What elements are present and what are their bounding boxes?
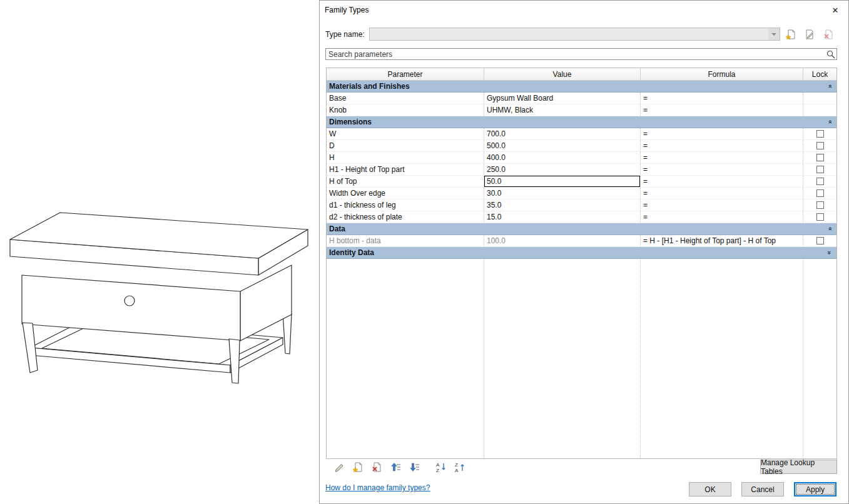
lock-checkbox[interactable] [816,178,824,185]
param-lock-cell [803,93,836,104]
param-lock-cell [803,188,836,199]
param-row-h: H400.0= [327,152,836,164]
type-name-combobox[interactable] [369,28,780,41]
combobox-dropdown-area[interactable] [768,28,780,40]
search-input[interactable] [326,49,824,59]
param-value-cell[interactable]: 250.0 [484,164,641,175]
family-types-dialog: Family Types ✕ Type name: [319,0,849,504]
apply-button[interactable]: Apply [794,482,836,496]
param-formula-cell[interactable]: = [641,176,803,187]
new-type-icon[interactable] [785,29,796,40]
param-formula-cell[interactable]: = [641,128,803,139]
section-materials-and-finishes[interactable]: Materials and Finishes» [327,81,836,93]
section-label: Dimensions [327,118,372,126]
column-header-value: Value [484,68,641,81]
section-chevron-icon[interactable]: » [826,251,833,255]
param-name-cell[interactable]: Base [327,93,484,104]
param-value-cell[interactable]: Gypsum Wall Board [484,93,641,104]
param-formula-cell[interactable]: = H - [H1 - Height of Top part] - H of T… [641,235,803,246]
param-value-cell[interactable]: 50.0 [484,176,641,187]
param-name-cell[interactable]: H bottom - data [327,235,484,246]
edit-parameter-icon[interactable] [333,461,345,473]
lock-checkbox[interactable] [816,154,824,161]
param-row-knob: KnobUHMW, Black= [327,104,836,116]
section-dimensions[interactable]: Dimensions» [327,116,836,128]
manage-lookup-tables-button[interactable]: Manage Lookup Tables [760,460,837,474]
rename-type-icon[interactable] [804,29,815,40]
param-formula-cell[interactable]: = [641,93,803,104]
param-name-cell[interactable]: H [327,152,484,163]
table-empty-area [327,259,836,458]
param-row-h-of-top: H of Top50.0= [327,176,836,188]
param-name-cell[interactable]: d1 - thickness of leg [327,199,484,211]
lock-checkbox[interactable] [816,189,824,197]
param-name-cell[interactable]: H1 - Height of Top part [327,164,484,175]
section-label: Materials and Finishes [327,82,410,91]
param-name-cell[interactable]: W [327,128,484,139]
param-formula-cell[interactable]: = [641,152,803,163]
column-header-lock: Lock [803,68,836,81]
column-divider [640,259,641,458]
param-formula-cell[interactable]: = [641,211,803,223]
param-name-cell[interactable]: Knob [327,104,484,116]
parameter-table: Parameter Value Formula Lock Materials a… [326,68,837,459]
param-row-d2-thickness-of-plate: d2 - thickness of plate15.0= [327,211,836,223]
section-label: Identity Data [327,248,374,257]
sort-ascending-icon[interactable]: A Z [435,461,447,473]
param-value-cell[interactable]: 30.0 [484,188,641,199]
param-name-cell[interactable]: H of Top [327,176,484,187]
param-formula-cell[interactable]: = [641,164,803,175]
param-formula-cell[interactable]: = [641,199,803,211]
param-value-cell[interactable]: 15.0 [484,211,641,223]
param-value-cell[interactable]: 700.0 [484,128,641,139]
dialog-title: Family Types [325,6,369,14]
svg-text:A: A [436,462,440,468]
table-header-row: Parameter Value Formula Lock [327,68,836,81]
lock-checkbox[interactable] [816,166,824,173]
delete-parameter-icon[interactable] [371,461,382,473]
sort-descending-icon[interactable]: Z A [454,461,465,473]
param-name-cell[interactable]: Width Over edge [327,188,484,199]
delete-type-icon[interactable] [823,29,834,40]
param-lock-cell [803,176,836,187]
param-formula-cell[interactable]: = [641,188,803,199]
table-wireframe-drawing [0,0,319,504]
lock-checkbox[interactable] [816,237,824,244]
cancel-button[interactable]: Cancel [741,482,784,496]
param-name-cell[interactable]: D [327,140,484,151]
param-formula-cell[interactable]: = [641,140,803,151]
section-chevron-icon[interactable]: » [826,84,833,88]
param-value-cell[interactable]: 400.0 [484,152,641,163]
close-icon[interactable]: ✕ [825,2,846,18]
param-row-h-bottom-data: H bottom - data100.0= H - [H1 - Height o… [327,235,836,247]
column-header-formula: Formula [641,68,803,81]
param-lock-cell [803,152,836,163]
ok-button[interactable]: OK [689,482,731,496]
lock-checkbox[interactable] [816,142,824,149]
move-parameter-down-icon[interactable] [409,461,420,473]
help-link[interactable]: How do I manage family types? [325,483,430,492]
section-identity-data[interactable]: Identity Data» [327,247,836,259]
param-value-cell[interactable]: 500.0 [484,140,641,151]
lock-checkbox[interactable] [816,201,824,209]
param-formula-cell[interactable]: = [641,104,803,116]
svg-text:A: A [455,468,459,473]
section-data[interactable]: Data» [327,223,836,235]
param-name-cell[interactable]: d2 - thickness of plate [327,211,484,223]
section-chevron-icon[interactable]: » [826,120,833,124]
lock-checkbox[interactable] [816,213,824,221]
type-name-label: Type name: [325,30,365,39]
new-parameter-icon[interactable] [352,461,363,473]
param-lock-cell [803,104,836,116]
param-value-cell[interactable]: UHMW, Black [484,104,641,116]
param-value-cell[interactable]: 100.0 [484,235,641,246]
param-value-cell[interactable]: 35.0 [484,199,641,211]
search-parameters-box [325,48,837,60]
search-icon[interactable] [826,50,835,59]
param-lock-cell [803,211,836,223]
move-parameter-up-icon[interactable] [390,461,401,473]
dialog-titlebar[interactable]: Family Types ✕ [320,1,848,19]
section-label: Data [327,224,345,233]
section-chevron-icon[interactable]: » [826,227,833,231]
lock-checkbox[interactable] [816,130,824,138]
